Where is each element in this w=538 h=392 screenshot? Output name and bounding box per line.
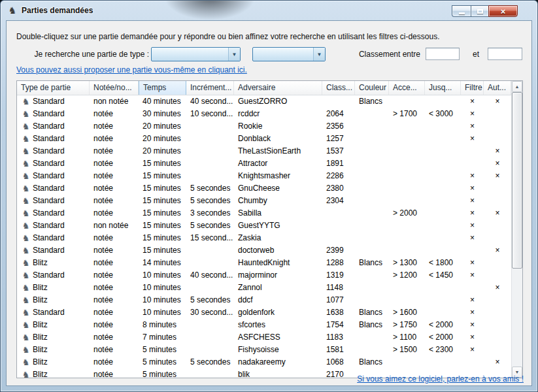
cell-jusq bbox=[425, 157, 461, 170]
cell-filtre: × bbox=[461, 331, 484, 344]
table-row[interactable]: ♞Standardnotée20 minutesDonblack1257× bbox=[17, 133, 511, 145]
cell-temps: 5 minutes bbox=[139, 356, 186, 368]
table-row[interactable]: ♞Standardnotée20 minutesTheLastSionEarth… bbox=[17, 145, 511, 157]
cell-increment: 30 second... bbox=[186, 306, 234, 319]
game-type-text: Blitz bbox=[33, 357, 48, 367]
cell-adversaire: Attractor bbox=[234, 157, 322, 170]
cell-type: ♞Standard bbox=[17, 269, 90, 282]
game-type-text: Standard bbox=[33, 146, 65, 155]
table-row[interactable]: ♞Standardnotée15 minutes5 secondesChumby… bbox=[17, 195, 511, 207]
table-row[interactable]: ♞Standardnotée15 minutesdoctorweb2399× bbox=[17, 244, 511, 257]
close-button[interactable]: × bbox=[488, 5, 518, 17]
and-label: et bbox=[468, 50, 484, 59]
table-row[interactable]: ♞Blitznotée10 minutesZannol1148× bbox=[17, 282, 511, 294]
glass-reflection bbox=[164, 1, 256, 20]
cell-classement bbox=[322, 95, 355, 108]
game-type-text: Blitz bbox=[33, 320, 48, 329]
column-header-aut[interactable]: Aut... bbox=[484, 81, 511, 95]
chevron-down-icon: ▼ bbox=[228, 48, 240, 61]
share-with-friends-link[interactable]: Si vous aimez ce logiciel, parlez-en à v… bbox=[357, 374, 524, 384]
cell-type: ♞Blitz bbox=[17, 319, 90, 331]
cell-classement bbox=[322, 220, 355, 232]
table-row[interactable]: ♞Standardnotée30 minutes10 second...rcdd… bbox=[17, 108, 511, 120]
cell-increment bbox=[186, 331, 234, 344]
cell-classement: 2304 bbox=[322, 195, 355, 207]
column-header-filtre[interactable]: Filtre bbox=[461, 81, 484, 95]
column-header-temps[interactable]: Temps bbox=[139, 81, 186, 95]
cell-temps: 7 minutes bbox=[139, 331, 186, 344]
cell-temps: 14 minutes bbox=[139, 257, 186, 269]
table-row[interactable]: ♞Standardnotée20 minutesRookie2356× bbox=[17, 120, 511, 133]
table-row[interactable]: ♞Standardnotée15 minutesAttractor1891× bbox=[17, 157, 511, 170]
cell-notee: notée bbox=[90, 244, 139, 257]
cell-couleur bbox=[355, 170, 389, 182]
cell-filtre: × bbox=[461, 195, 484, 207]
cell-temps: 15 minutes bbox=[139, 232, 186, 244]
minimize-button[interactable] bbox=[452, 5, 471, 17]
cell-increment: 3 secondes bbox=[186, 207, 234, 220]
cell-temps: 15 minutes bbox=[139, 220, 186, 232]
table-row[interactable]: ♞Blitznotée5 minutesFishysoisse1581> 150… bbox=[17, 344, 511, 356]
cell-increment: 5 secondes bbox=[186, 220, 234, 232]
column-header-jusq[interactable]: Jusq... bbox=[425, 81, 461, 95]
column-header-acce[interactable]: Acce... bbox=[389, 81, 425, 95]
game-subtype-combo[interactable]: ▼ bbox=[252, 47, 326, 61]
cell-adversaire: Donblack bbox=[234, 133, 322, 145]
table-row[interactable]: ♞Standardnotée15 minutes15 second...Zask… bbox=[17, 232, 511, 244]
column-header-notee[interactable]: Notée/no... bbox=[90, 81, 139, 95]
cell-type: ♞Standard bbox=[17, 306, 90, 319]
cell-adversaire: Chumby bbox=[234, 195, 322, 207]
game-type-combo[interactable]: ▼ bbox=[151, 47, 241, 61]
cell-notee: notée bbox=[90, 356, 139, 368]
cell-aut: × bbox=[484, 95, 511, 108]
table-row[interactable]: ♞Blitznotée10 minutes5 secondesddcf1077× bbox=[17, 294, 511, 306]
cell-couleur bbox=[355, 195, 389, 207]
rating-min-input[interactable] bbox=[426, 48, 460, 60]
rating-max-input[interactable] bbox=[488, 48, 522, 60]
knight-icon: ♞ bbox=[21, 306, 31, 319]
table-row[interactable]: ♞Standardnotée15 minutes5 secondesGnuChe… bbox=[17, 182, 511, 195]
table-row[interactable]: ♞Blitznotée8 minutessfcortes1754Blancs> … bbox=[17, 319, 511, 331]
table-row[interactable]: ♞Standardnon notée40 minutes40 second...… bbox=[17, 95, 511, 108]
cell-type: ♞Standard bbox=[17, 145, 90, 157]
knight-icon: ♞ bbox=[21, 282, 31, 294]
cell-classement: 2380 bbox=[322, 182, 355, 195]
cell-increment: 5 secondes bbox=[186, 182, 234, 195]
column-header-couleur[interactable]: Couleur bbox=[355, 81, 389, 95]
table-row[interactable]: ♞Standardnotée15 minutesKnightsmasher228… bbox=[17, 170, 511, 182]
scrollbar-track[interactable] bbox=[512, 92, 522, 367]
table-row[interactable]: ♞Standardnon notée15 minutes5 secondesGu… bbox=[17, 220, 511, 232]
title-bar[interactable]: ♞ Parties demandées × bbox=[1, 1, 537, 20]
table-row[interactable]: ♞Blitznotée7 minutesASFCHESS1183> 1100< … bbox=[17, 331, 511, 344]
cell-increment bbox=[186, 157, 234, 170]
propose-game-link[interactable]: Vous pouvez aussi proposer une partie vo… bbox=[16, 65, 247, 74]
list-body: ♞Standardnon notée40 minutes40 second...… bbox=[17, 95, 511, 378]
vertical-scrollbar[interactable]: ▲ ▼ bbox=[511, 81, 522, 378]
cell-type: ♞Blitz bbox=[17, 368, 90, 378]
cell-increment bbox=[186, 170, 234, 182]
scroll-up-button[interactable]: ▲ bbox=[512, 81, 522, 92]
cell-acce bbox=[389, 282, 425, 294]
column-header-classement[interactable]: Class... bbox=[322, 81, 355, 95]
cell-aut: × bbox=[484, 244, 511, 257]
cell-jusq bbox=[425, 182, 461, 195]
game-type-text: Standard bbox=[33, 184, 65, 193]
column-header-increment[interactable]: Incrément... bbox=[186, 81, 234, 95]
knight-icon: ♞ bbox=[21, 157, 31, 170]
table-row[interactable]: ♞Standardnotée10 minutes40 second...majo… bbox=[17, 269, 511, 282]
table-row[interactable]: ♞Blitznotée5 minutes5 secondesnadakareem… bbox=[17, 356, 511, 368]
cell-acce bbox=[389, 195, 425, 207]
column-header-adversaire[interactable]: Adversaire bbox=[234, 81, 322, 95]
table-row[interactable]: ♞Blitznotée14 minutesHauntedKnight1288Bl… bbox=[17, 257, 511, 269]
cell-aut bbox=[484, 331, 511, 344]
table-row[interactable]: ♞Standardnotée10 minutes30 second...gold… bbox=[17, 306, 511, 319]
cell-acce bbox=[389, 182, 425, 195]
chevron-down-icon: ▼ bbox=[313, 48, 325, 61]
cell-type: ♞Standard bbox=[17, 120, 90, 133]
knight-icon: ♞ bbox=[21, 269, 31, 282]
column-header-type[interactable]: Type de partie bbox=[17, 81, 90, 95]
table-row[interactable]: ♞Standardnotée15 minutes3 secondesSabill… bbox=[17, 207, 511, 220]
maximize-button[interactable] bbox=[471, 5, 488, 17]
scrollbar-thumb[interactable] bbox=[512, 92, 522, 269]
cell-classement: 1638 bbox=[322, 306, 355, 319]
